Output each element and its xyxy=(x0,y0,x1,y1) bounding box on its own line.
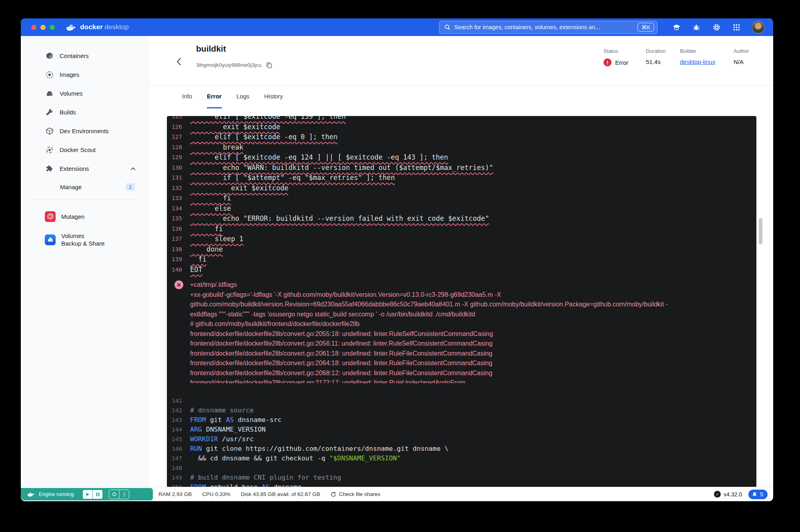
chevron-up-icon xyxy=(130,165,136,172)
extension-label: VolumesBackup & Share xyxy=(61,232,104,247)
build-error-panel[interactable]: 125 elif [ $exitcode -eq 139 ]; then126 … xyxy=(167,116,756,487)
update-check-icon: ✓ xyxy=(714,491,721,498)
engine-status-chip: Engine running ⋮ xyxy=(21,488,153,500)
vertical-scrollbar-thumb[interactable] xyxy=(759,218,762,244)
sidebar-item-label: Extensions xyxy=(60,165,89,172)
code-line: 142# dnsname source xyxy=(167,406,756,415)
code-line: 144ARG DNSNAME_VERSION xyxy=(167,425,756,434)
code-text: fi xyxy=(190,193,231,204)
sidebar-item-docker-scout[interactable]: Docker Scout xyxy=(21,140,148,159)
cpu-usage: CPU 0.33% xyxy=(202,491,231,497)
minimize-window-button[interactable] xyxy=(40,25,46,30)
code-text: done xyxy=(190,244,223,255)
pause-engine-button[interactable] xyxy=(93,490,102,499)
line-number: 144 xyxy=(167,425,182,434)
sidebar-item-label: Dev Environments xyxy=(60,128,109,134)
docker-whale-icon xyxy=(66,23,77,32)
zoom-window-button[interactable] xyxy=(50,25,55,30)
code-line: 134 else xyxy=(167,204,756,214)
code-line: 128 break xyxy=(167,142,756,153)
line-number: 129 xyxy=(167,152,182,163)
mutagen-icon xyxy=(45,211,56,222)
code-line: 135 echo "ERROR: buildkitd --version fai… xyxy=(167,214,756,224)
status-bar: Engine running ⋮ RAM 2.93 GB CPU 0.33% D… xyxy=(21,487,773,501)
traffic-lights xyxy=(31,25,55,30)
line-number: 147 xyxy=(167,454,182,463)
line-number: 149 xyxy=(167,473,182,482)
tab-error[interactable]: Error xyxy=(207,85,222,108)
code-text: elif [ $exitcode -eq 124 ] || [ $exitcod… xyxy=(190,152,448,163)
meta-label: Author xyxy=(734,48,749,54)
sidebar-item-containers[interactable]: Containers xyxy=(21,46,148,65)
tab-history[interactable]: History xyxy=(264,85,283,108)
code-line: 139 fi xyxy=(167,254,756,265)
images-icon xyxy=(45,70,54,80)
sidebar-item-manage-extensions[interactable]: Manage 1 xyxy=(21,178,148,196)
code-text: ARG DNSNAME_VERSION xyxy=(190,425,266,434)
engine-status-label: Engine running xyxy=(39,491,74,497)
main-content: buildkit 3ihgmoijk0yuiy988nw0j3jcu Statu… xyxy=(148,36,773,487)
build-id: 3ihgmoijk0yuiy988nw0j3jcu xyxy=(196,62,262,68)
back-button[interactable] xyxy=(174,57,185,67)
code-line: 125 elif [ $exitcode -eq 139 ]; then xyxy=(167,116,756,122)
sidebar-item-extensions[interactable]: Extensions xyxy=(21,159,148,178)
meta-duration: Duration 51.4s xyxy=(646,48,666,65)
code-line: 143FROM git AS dnsname-src xyxy=(167,415,756,425)
code-text: break xyxy=(190,142,243,153)
wrench-icon xyxy=(45,108,54,117)
error-line: frontend/dockerfile/dockerfile2llb/conve… xyxy=(167,339,756,349)
stop-engine-button[interactable] xyxy=(109,490,119,499)
code-text: FROM git AS dnsname-src xyxy=(190,415,282,425)
app-title: dockerdesktop xyxy=(80,23,129,31)
code-line: 138 done xyxy=(167,244,756,255)
line-number: 132 xyxy=(167,183,182,194)
line-number: 133 xyxy=(167,193,182,204)
check-file-shares-button[interactable]: Check file shares xyxy=(331,491,381,497)
sidebar-item-images[interactable]: Images xyxy=(21,65,148,84)
sidebar-divider xyxy=(31,200,137,200)
notifications-button[interactable]: 5 xyxy=(748,490,768,499)
user-avatar[interactable] xyxy=(752,21,764,34)
disk-usage: Disk 43.85 GB avail. of 62.67 GB xyxy=(241,491,320,497)
settings-gear-icon[interactable] xyxy=(712,23,721,32)
line-number: 141 xyxy=(167,396,182,406)
sidebar-item-label: Volumes xyxy=(60,90,83,97)
line-number: 135 xyxy=(167,214,182,224)
global-search-input[interactable]: Search for images, containers, volumes, … xyxy=(439,21,658,34)
search-shortcut-badge: ⌘K xyxy=(638,23,654,32)
sidebar-item-mutagen[interactable]: Mutagen xyxy=(21,205,148,228)
copy-icon[interactable] xyxy=(266,62,273,68)
error-line: +cat/tmp/.ldflags xyxy=(167,280,756,290)
tab-logs[interactable]: Logs xyxy=(237,85,250,108)
error-line: frontend/dockerfile/dockerfile2llb/conve… xyxy=(167,349,756,359)
status-value: Error xyxy=(615,59,628,66)
code-line: 137 sleep 1 xyxy=(167,234,756,244)
close-window-button[interactable] xyxy=(31,25,36,30)
code-line: 133 fi xyxy=(167,193,756,204)
sidebar-item-volumes[interactable]: Volumes xyxy=(21,84,148,103)
error-line: +xx-gobuild'-gcflags='-ldflags '-X githu… xyxy=(167,290,756,300)
code-line: 127 elif [ $exitcode -eq 0 ]; then xyxy=(167,132,756,142)
sidebar-item-builds[interactable]: Builds xyxy=(21,103,148,122)
author-value: N/A xyxy=(734,58,744,65)
bug-report-icon[interactable] xyxy=(692,23,701,32)
tab-info[interactable]: Info xyxy=(182,85,192,108)
resume-engine-button[interactable] xyxy=(83,490,93,499)
sidebar-item-volumes-backup[interactable]: VolumesBackup & Share xyxy=(21,228,148,251)
sidebar-item-label: Images xyxy=(60,71,79,78)
line-number: 126 xyxy=(167,122,182,132)
code-text: WORKDIR /usr/src xyxy=(190,434,254,444)
sidebar-item-dev-environments[interactable]: Dev Environments xyxy=(21,122,148,140)
line-number: 134 xyxy=(167,204,182,214)
search-icon xyxy=(444,24,451,30)
dev-environments-icon xyxy=(45,126,54,136)
code-line: 131 if [ "$attempt" -eq "$max_retries" ]… xyxy=(167,173,756,183)
code-line: 147 && cd dnsname && git checkout -q "$D… xyxy=(167,454,756,463)
apps-grid-icon[interactable] xyxy=(732,23,741,32)
builder-link[interactable]: desktop-linux xyxy=(680,58,715,65)
bell-icon xyxy=(752,492,757,497)
code-text: elif [ $exitcode -eq 0 ]; then xyxy=(190,132,337,142)
code-text: EOT xyxy=(190,265,203,275)
learning-center-icon[interactable] xyxy=(672,23,681,32)
engine-more-options-button[interactable]: ⋮ xyxy=(119,490,129,499)
